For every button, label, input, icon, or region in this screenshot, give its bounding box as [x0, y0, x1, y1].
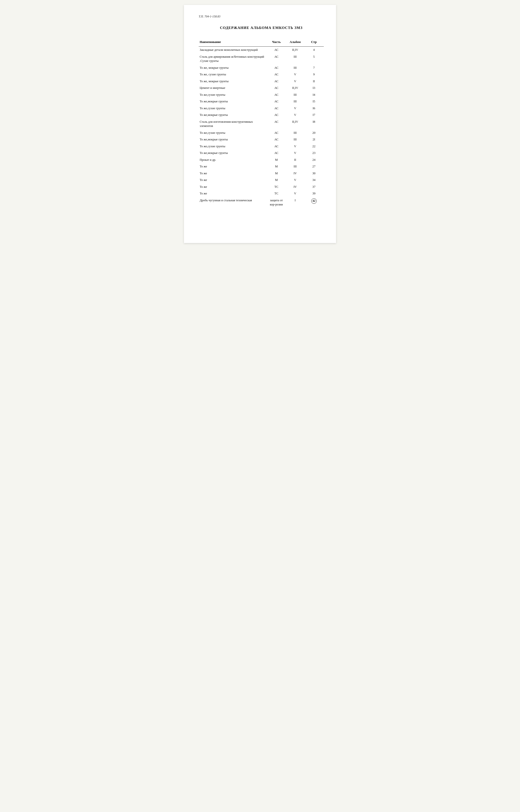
cell-album: V [286, 150, 305, 156]
table-row: То жеМV34 [199, 177, 324, 183]
cell-name: Сталь для изготовления конструктивных эл… [199, 119, 268, 130]
cell-page: 23 [305, 150, 324, 156]
cell-name: То же, сухие грунты [199, 71, 268, 78]
cell-part: АС [268, 150, 286, 156]
cell-part: АС [268, 136, 286, 143]
cell-name: То же [199, 183, 268, 191]
cell-album: V [286, 71, 305, 78]
cell-part: АС [268, 71, 286, 78]
cell-page: I5 [305, 98, 324, 105]
table-row: То же,сухие грунтыАСV22 [199, 143, 324, 150]
cell-name: То же [199, 170, 268, 177]
cell-page: I7 [305, 112, 324, 119]
cell-album: III [286, 53, 305, 65]
cell-name: То же [199, 163, 268, 170]
table-header-row: Наименование Часть Альбом Стр [199, 39, 324, 47]
cell-part: АС [268, 130, 286, 137]
cell-part: М [268, 170, 286, 177]
table-row: Сталь для изготовления конструктивных эл… [199, 119, 324, 130]
cell-name: Сталь для армирования ж/бетонных констру… [199, 53, 268, 65]
cell-album: III [286, 130, 305, 137]
cell-name: То же,сухие грунты [199, 130, 268, 137]
cell-part: АС [268, 112, 286, 119]
cell-name: То же,мокрые грунты [199, 98, 268, 105]
cell-album: V [286, 78, 305, 85]
cell-album: V [286, 177, 305, 183]
cell-page: 34 [305, 177, 324, 183]
cell-page: 30 [305, 170, 324, 177]
cell-page: 24 [305, 156, 324, 164]
cell-part: М [268, 156, 286, 164]
table-row: Цемент и инертныеАСII,IVI3 [199, 85, 324, 92]
table-row: То жеМIV30 [199, 170, 324, 177]
table-row: То же, мокрые грунтыАСVII [199, 78, 324, 85]
header-album: Альбом [286, 39, 305, 47]
cell-page: 27 [305, 163, 324, 170]
cell-album: III [286, 92, 305, 98]
cell-part: АС [268, 143, 286, 150]
table-row: То же,мокрые грунтыАСIII2I [199, 136, 324, 143]
table-row: То жеТСV39 [199, 190, 324, 197]
table-row: Сталь для армирования ж/бетонных констру… [199, 53, 324, 65]
cell-album: III [286, 98, 305, 105]
cell-album: IV [286, 170, 305, 177]
table-container: Наименование Часть Альбом Стр Закладные … [199, 39, 324, 208]
table-row: Закладные детали монолитных конструкцийА… [199, 47, 324, 53]
cell-page: 7 [305, 65, 324, 71]
cell-name: То же,мокрые грунты [199, 112, 268, 119]
cell-part: АС [268, 119, 286, 130]
cell-part: АС [268, 47, 286, 53]
cell-album: V [286, 190, 305, 197]
table-row: То же,мокрые грунтыАСVI7 [199, 112, 324, 119]
cell-album: II,IV [286, 119, 305, 130]
cell-page: 4 [305, 47, 324, 53]
cell-part: ТС [268, 183, 286, 191]
header-part: Часть [268, 39, 286, 47]
contents-table: Наименование Часть Альбом Стр Закладные … [199, 39, 324, 208]
cell-name: Цемент и инертные [199, 85, 268, 92]
cell-part: защита от кор-розии [268, 197, 286, 208]
cell-name: То же,мокрые грунты [199, 150, 268, 156]
cell-album: V [286, 105, 305, 112]
table-row: То же,мокрые грунтыАСV23 [199, 150, 324, 156]
cell-part: ТС [268, 190, 286, 197]
cell-page: 37 [305, 183, 324, 191]
table-row: То жеТСIV37 [199, 183, 324, 191]
cell-page: II [305, 78, 324, 85]
cell-page: 9 [305, 71, 324, 78]
cell-album: III [286, 65, 305, 71]
cell-name: То же,мокрые грунты [199, 136, 268, 143]
table-row: Прокат и др.МII24 [199, 156, 324, 164]
cell-part: АС [268, 53, 286, 65]
cell-name: То же [199, 190, 268, 197]
cell-part: АС [268, 85, 286, 92]
cell-part: АС [268, 92, 286, 98]
cell-part: М [268, 163, 286, 170]
cell-album: IV [286, 183, 305, 191]
table-row: То же,сухие грунтыАСVI6 [199, 105, 324, 112]
cell-page: 22 [305, 143, 324, 150]
table-row: То же,мокрые грунтыАСIIII5 [199, 98, 324, 105]
cell-album: V [286, 112, 305, 119]
cell-page: I8 [305, 119, 324, 130]
table-row: То же, мокрые грунтыАСIII7 [199, 65, 324, 71]
cell-album: II,IV [286, 85, 305, 92]
table-body: Закладные детали монолитных конструкцийА… [199, 47, 324, 208]
page: Т.П. 704-1-158.83 СОДЕРЖАНИЕ АЛЬБОМА ЕМК… [184, 5, 336, 243]
main-title: СОДЕРЖАНИЕ АЛЬБОМА ЕМКОСТЬ ЗМЗ [199, 26, 324, 30]
cell-page: 2I [305, 136, 324, 143]
cell-page: I4 [305, 92, 324, 98]
cell-album: II,IV [286, 47, 305, 53]
cell-album: III [286, 163, 305, 170]
cell-page: 42 [305, 197, 324, 208]
cell-name: То же, мокрые грунты [199, 65, 268, 71]
table-row: То же,сухие грунтыАСIIII4 [199, 92, 324, 98]
cell-page: 5 [305, 53, 324, 65]
header-name: Наименование [199, 39, 268, 47]
cell-name: Дробь чугунная и стальная техническая [199, 197, 268, 208]
cell-part: АС [268, 105, 286, 112]
cell-name: Прокат и др. [199, 156, 268, 164]
cell-part: АС [268, 65, 286, 71]
header-page: Стр [305, 39, 324, 47]
cell-name: То же,сухие грунты [199, 92, 268, 98]
